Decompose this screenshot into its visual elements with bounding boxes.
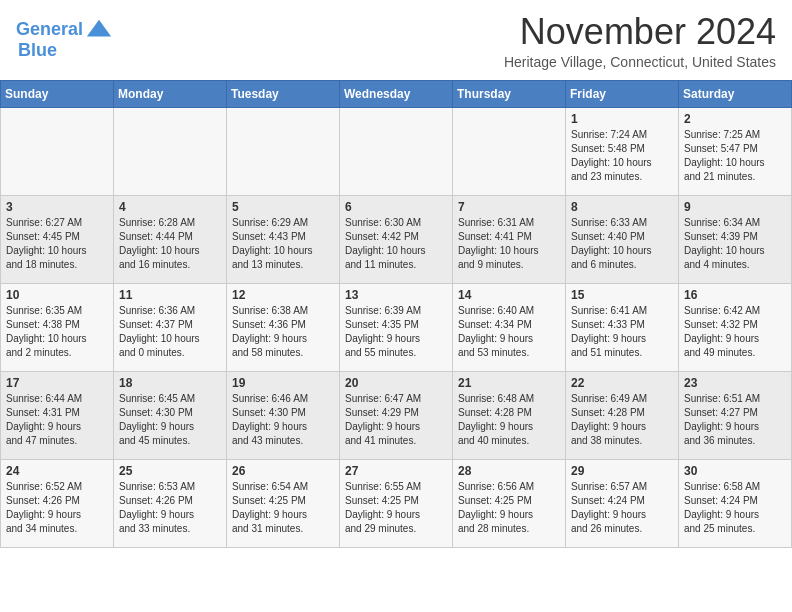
day-cell [340,107,453,195]
day-number: 27 [345,464,447,478]
page-header: General Blue November 2024 Heritage Vill… [0,0,792,74]
day-number: 28 [458,464,560,478]
day-number: 29 [571,464,673,478]
day-cell: 3Sunrise: 6:27 AM Sunset: 4:45 PM Daylig… [1,195,114,283]
day-number: 13 [345,288,447,302]
day-cell: 7Sunrise: 6:31 AM Sunset: 4:41 PM Daylig… [453,195,566,283]
calendar-table: SundayMondayTuesdayWednesdayThursdayFrid… [0,80,792,548]
day-info: Sunrise: 6:53 AM Sunset: 4:26 PM Dayligh… [119,480,221,536]
day-cell: 5Sunrise: 6:29 AM Sunset: 4:43 PM Daylig… [227,195,340,283]
calendar-body: 1Sunrise: 7:24 AM Sunset: 5:48 PM Daylig… [1,107,792,547]
day-cell: 13Sunrise: 6:39 AM Sunset: 4:35 PM Dayli… [340,283,453,371]
day-number: 3 [6,200,108,214]
day-info: Sunrise: 6:52 AM Sunset: 4:26 PM Dayligh… [6,480,108,536]
day-info: Sunrise: 6:30 AM Sunset: 4:42 PM Dayligh… [345,216,447,272]
day-info: Sunrise: 6:47 AM Sunset: 4:29 PM Dayligh… [345,392,447,448]
day-cell [453,107,566,195]
day-info: Sunrise: 6:34 AM Sunset: 4:39 PM Dayligh… [684,216,786,272]
calendar-header: SundayMondayTuesdayWednesdayThursdayFrid… [1,80,792,107]
day-cell: 17Sunrise: 6:44 AM Sunset: 4:31 PM Dayli… [1,371,114,459]
day-info: Sunrise: 6:54 AM Sunset: 4:25 PM Dayligh… [232,480,334,536]
logo-icon [85,16,113,44]
day-info: Sunrise: 6:51 AM Sunset: 4:27 PM Dayligh… [684,392,786,448]
day-info: Sunrise: 6:44 AM Sunset: 4:31 PM Dayligh… [6,392,108,448]
day-cell: 1Sunrise: 7:24 AM Sunset: 5:48 PM Daylig… [566,107,679,195]
header-row: SundayMondayTuesdayWednesdayThursdayFrid… [1,80,792,107]
day-info: Sunrise: 6:49 AM Sunset: 4:28 PM Dayligh… [571,392,673,448]
day-cell [227,107,340,195]
day-number: 17 [6,376,108,390]
day-info: Sunrise: 6:41 AM Sunset: 4:33 PM Dayligh… [571,304,673,360]
day-cell: 28Sunrise: 6:56 AM Sunset: 4:25 PM Dayli… [453,459,566,547]
column-header-tuesday: Tuesday [227,80,340,107]
day-number: 16 [684,288,786,302]
week-row-3: 10Sunrise: 6:35 AM Sunset: 4:38 PM Dayli… [1,283,792,371]
day-info: Sunrise: 6:40 AM Sunset: 4:34 PM Dayligh… [458,304,560,360]
day-cell: 9Sunrise: 6:34 AM Sunset: 4:39 PM Daylig… [679,195,792,283]
day-info: Sunrise: 6:42 AM Sunset: 4:32 PM Dayligh… [684,304,786,360]
column-header-wednesday: Wednesday [340,80,453,107]
day-cell: 26Sunrise: 6:54 AM Sunset: 4:25 PM Dayli… [227,459,340,547]
week-row-5: 24Sunrise: 6:52 AM Sunset: 4:26 PM Dayli… [1,459,792,547]
day-number: 24 [6,464,108,478]
day-cell: 12Sunrise: 6:38 AM Sunset: 4:36 PM Dayli… [227,283,340,371]
day-cell: 30Sunrise: 6:58 AM Sunset: 4:24 PM Dayli… [679,459,792,547]
day-number: 11 [119,288,221,302]
day-info: Sunrise: 6:28 AM Sunset: 4:44 PM Dayligh… [119,216,221,272]
day-cell: 16Sunrise: 6:42 AM Sunset: 4:32 PM Dayli… [679,283,792,371]
day-cell: 24Sunrise: 6:52 AM Sunset: 4:26 PM Dayli… [1,459,114,547]
day-cell: 21Sunrise: 6:48 AM Sunset: 4:28 PM Dayli… [453,371,566,459]
day-info: Sunrise: 6:35 AM Sunset: 4:38 PM Dayligh… [6,304,108,360]
day-number: 7 [458,200,560,214]
day-cell: 6Sunrise: 6:30 AM Sunset: 4:42 PM Daylig… [340,195,453,283]
column-header-monday: Monday [114,80,227,107]
day-cell: 22Sunrise: 6:49 AM Sunset: 4:28 PM Dayli… [566,371,679,459]
day-info: Sunrise: 6:57 AM Sunset: 4:24 PM Dayligh… [571,480,673,536]
day-cell: 2Sunrise: 7:25 AM Sunset: 5:47 PM Daylig… [679,107,792,195]
day-info: Sunrise: 6:56 AM Sunset: 4:25 PM Dayligh… [458,480,560,536]
day-cell: 4Sunrise: 6:28 AM Sunset: 4:44 PM Daylig… [114,195,227,283]
day-number: 23 [684,376,786,390]
day-number: 19 [232,376,334,390]
day-info: Sunrise: 6:38 AM Sunset: 4:36 PM Dayligh… [232,304,334,360]
day-number: 20 [345,376,447,390]
day-cell: 25Sunrise: 6:53 AM Sunset: 4:26 PM Dayli… [114,459,227,547]
day-number: 22 [571,376,673,390]
day-info: Sunrise: 6:36 AM Sunset: 4:37 PM Dayligh… [119,304,221,360]
day-info: Sunrise: 6:55 AM Sunset: 4:25 PM Dayligh… [345,480,447,536]
day-number: 25 [119,464,221,478]
day-cell: 11Sunrise: 6:36 AM Sunset: 4:37 PM Dayli… [114,283,227,371]
day-info: Sunrise: 7:24 AM Sunset: 5:48 PM Dayligh… [571,128,673,184]
week-row-1: 1Sunrise: 7:24 AM Sunset: 5:48 PM Daylig… [1,107,792,195]
week-row-4: 17Sunrise: 6:44 AM Sunset: 4:31 PM Dayli… [1,371,792,459]
day-cell: 10Sunrise: 6:35 AM Sunset: 4:38 PM Dayli… [1,283,114,371]
day-number: 5 [232,200,334,214]
day-info: Sunrise: 6:48 AM Sunset: 4:28 PM Dayligh… [458,392,560,448]
logo-text: General [16,20,83,40]
day-number: 30 [684,464,786,478]
day-info: Sunrise: 6:27 AM Sunset: 4:45 PM Dayligh… [6,216,108,272]
day-cell: 27Sunrise: 6:55 AM Sunset: 4:25 PM Dayli… [340,459,453,547]
day-info: Sunrise: 7:25 AM Sunset: 5:47 PM Dayligh… [684,128,786,184]
column-header-thursday: Thursday [453,80,566,107]
column-header-friday: Friday [566,80,679,107]
day-number: 18 [119,376,221,390]
column-header-sunday: Sunday [1,80,114,107]
day-number: 10 [6,288,108,302]
day-number: 6 [345,200,447,214]
day-cell: 29Sunrise: 6:57 AM Sunset: 4:24 PM Dayli… [566,459,679,547]
day-number: 21 [458,376,560,390]
day-number: 15 [571,288,673,302]
column-header-saturday: Saturday [679,80,792,107]
day-cell: 20Sunrise: 6:47 AM Sunset: 4:29 PM Dayli… [340,371,453,459]
week-row-2: 3Sunrise: 6:27 AM Sunset: 4:45 PM Daylig… [1,195,792,283]
day-number: 2 [684,112,786,126]
month-title: November 2024 [504,12,776,52]
day-number: 26 [232,464,334,478]
day-info: Sunrise: 6:46 AM Sunset: 4:30 PM Dayligh… [232,392,334,448]
title-block: November 2024 Heritage Village, Connecti… [504,12,776,70]
day-info: Sunrise: 6:39 AM Sunset: 4:35 PM Dayligh… [345,304,447,360]
day-number: 12 [232,288,334,302]
day-info: Sunrise: 6:58 AM Sunset: 4:24 PM Dayligh… [684,480,786,536]
location-subtitle: Heritage Village, Connecticut, United St… [504,54,776,70]
